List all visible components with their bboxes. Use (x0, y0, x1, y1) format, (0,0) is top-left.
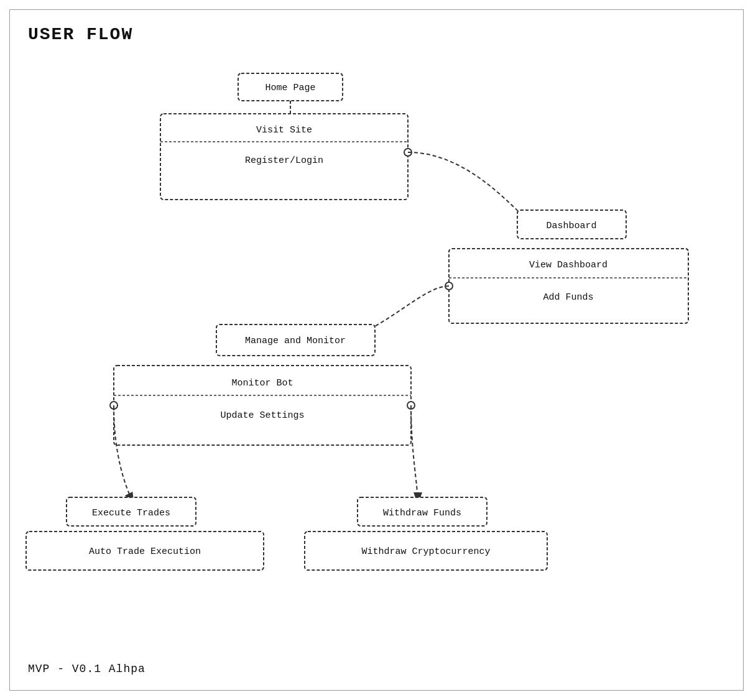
monitor-bot-label: Monitor Bot (231, 378, 293, 389)
visit-site-label: Visit Site (256, 125, 312, 136)
dashboard-label: Dashboard (546, 221, 596, 231)
update-settings-label: Update Settings (220, 410, 304, 421)
flow-diagram: Home Page Visit Site Register/Login Dash… (0, 0, 753, 700)
manage-monitor-label: Manage and Monitor (245, 336, 346, 346)
view-dashboard-label: View Dashboard (529, 260, 607, 270)
withdraw-funds-label: Withdraw Funds (383, 508, 461, 518)
add-funds-label: Add Funds (543, 292, 593, 303)
withdraw-crypto-label: Withdraw Cryptocurrency (361, 546, 490, 557)
execute-trades-label: Execute Trades (92, 508, 170, 518)
homepage-label: Home Page (265, 83, 315, 93)
register-login-label: Register/Login (245, 155, 323, 166)
auto-trade-label: Auto Trade Execution (89, 546, 201, 557)
